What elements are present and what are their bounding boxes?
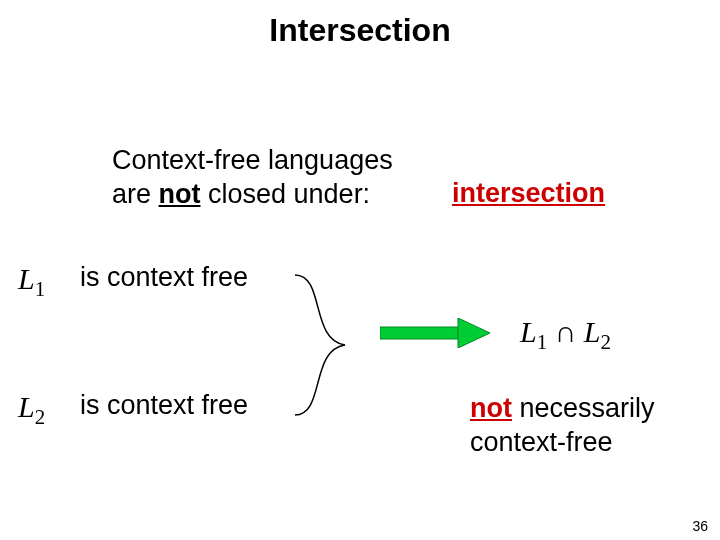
conclusion-text: not necessarily context-free <box>470 392 655 460</box>
l2-text: is context free <box>80 390 248 421</box>
statement-line1: Context-free languages <box>112 145 393 175</box>
statement-line2b: closed under: <box>201 179 371 209</box>
l1-subscript: 1 <box>35 277 46 301</box>
inter-l2: L <box>584 315 601 348</box>
cap-symbol: ∩ <box>547 315 584 348</box>
svg-marker-1 <box>458 318 490 348</box>
conclusion-rest2: context-free <box>470 427 613 457</box>
l1-letter: L <box>18 262 35 295</box>
page-number: 36 <box>692 518 708 534</box>
brace-icon <box>290 270 360 420</box>
statement-line2a: are <box>112 179 159 209</box>
inter-l1: L <box>520 315 537 348</box>
l2-letter: L <box>18 390 35 423</box>
inter-sub1: 1 <box>537 330 548 354</box>
arrow-icon <box>380 318 490 348</box>
inter-sub2: 2 <box>601 330 612 354</box>
slide-title: Intersection <box>0 12 720 49</box>
svg-rect-0 <box>380 327 458 339</box>
conclusion-not: not <box>470 393 512 423</box>
statement-not: not <box>159 179 201 209</box>
l1-text: is context free <box>80 262 248 293</box>
conclusion-rest1: necessarily <box>512 393 655 423</box>
closure-statement: Context-free languages are not closed un… <box>112 144 393 212</box>
intersection-expression: L1 ∩ L2 <box>520 315 611 355</box>
l2-symbol: L2 <box>18 390 45 430</box>
operation-label: intersection <box>452 178 605 209</box>
l1-symbol: L1 <box>18 262 45 302</box>
l2-subscript: 2 <box>35 405 46 429</box>
